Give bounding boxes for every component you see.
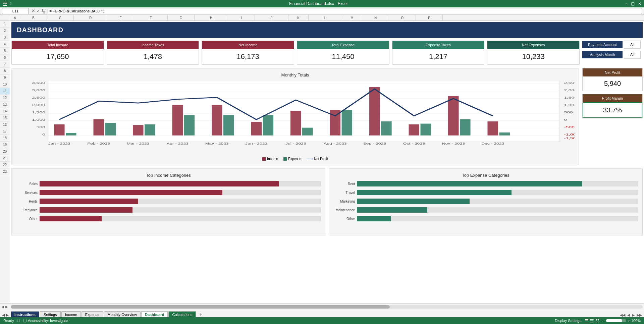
cancel-icon[interactable]: ✕ — [32, 8, 35, 13]
col-h[interactable]: H — [195, 15, 228, 21]
function-icon[interactable]: fx — [42, 8, 45, 14]
svg-rect-42 — [369, 87, 380, 136]
col-n[interactable]: N — [362, 15, 389, 21]
income-bar-sales: Sales — [16, 181, 321, 186]
kpi-income-taxes-value: 1,478 — [107, 49, 199, 64]
legend-net-profit-line — [307, 159, 313, 159]
income-bar-sales-fill — [40, 181, 279, 186]
spreadsheet-area: 1 2 3 4 5 6 7 8 9 10 11 12 13 14 15 16 1… — [0, 21, 644, 303]
svg-rect-49 — [499, 132, 510, 136]
main-content: DASHBOARD Total Income 17,650 Income Tax… — [10, 21, 644, 303]
svg-rect-39 — [302, 128, 313, 136]
window-controls[interactable]: −▢✕ — [625, 1, 641, 6]
title-bar: ☰  Financial Dashboard.xlsx - Excel −▢✕ — [0, 0, 644, 7]
svg-text:Jan - 2023: Jan - 2023 — [48, 142, 70, 145]
kpi-net-expenses-value: 10,233 — [487, 49, 579, 64]
formula-bar-row: L11 ✕ ✓ fx — [0, 7, 644, 15]
svg-text:3,500: 3,500 — [32, 81, 45, 85]
expense-bar-maintenance-fill — [357, 207, 427, 213]
expense-bar-travel-label: Travel — [333, 191, 355, 195]
col-i[interactable]: I — [228, 15, 255, 21]
expense-categories-chart: Top Expense Categories Rent Travel — [329, 168, 643, 235]
svg-rect-35 — [223, 115, 234, 136]
kpi-net-expenses-label: Net Expenses — [487, 41, 579, 49]
svg-rect-41 — [342, 110, 353, 136]
svg-text:Nov - 2023: Nov - 2023 — [442, 142, 465, 145]
col-a[interactable]: A — [10, 15, 20, 21]
svg-text:Feb - 2023: Feb - 2023 — [87, 142, 110, 145]
net-profit-value: 5,940 — [583, 76, 642, 91]
column-headers: A B C D E F G H I J K L M N O P — [0, 15, 644, 21]
income-bar-sales-label: Sales — [16, 182, 38, 186]
income-bar-other-label: Other — [16, 217, 38, 221]
svg-rect-30 — [133, 125, 144, 136]
svg-text:1,500: 1,500 — [32, 110, 45, 114]
svg-rect-26 — [54, 124, 65, 136]
col-o[interactable]: O — [389, 15, 416, 21]
legend-expense-label: Expense — [288, 157, 301, 161]
monthly-chart-svg: 3,500 3,000 2,500 2,000 1,500 1,000 500 … — [16, 81, 575, 155]
income-bar-other: Other — [16, 216, 321, 221]
kpi-income-taxes-label: Income Taxes — [107, 41, 199, 49]
col-m[interactable]: M — [342, 15, 362, 21]
income-bar-freelance: Freelance — [16, 207, 321, 213]
profit-margin-card: Profit Margin 33.7% — [582, 94, 643, 118]
kpi-row: Total Income 17,650 Income Taxes 1,478 N… — [11, 41, 643, 65]
svg-rect-36 — [251, 122, 262, 136]
svg-rect-29 — [105, 123, 116, 135]
col-p[interactable]: P — [416, 15, 443, 21]
col-d[interactable]: D — [74, 15, 107, 21]
col-g[interactable]: G — [168, 15, 195, 21]
svg-rect-28 — [93, 119, 104, 135]
col-k[interactable]: K — [288, 15, 309, 21]
dashboard-wrapper: DASHBOARD Total Income 17,650 Income Tax… — [10, 21, 644, 303]
col-e[interactable]: E — [107, 15, 134, 21]
analysis-month-value[interactable]: All — [624, 51, 641, 59]
svg-rect-31 — [145, 124, 155, 136]
income-bar-rents-track — [40, 199, 321, 204]
col-b[interactable]: B — [20, 15, 47, 21]
svg-rect-33 — [184, 115, 195, 136]
expense-bar-other-fill — [357, 216, 391, 221]
metrics-panel: Net Profit 5,940 Profit Margin 33.7% — [582, 68, 643, 165]
svg-text:0: 0 — [42, 132, 45, 136]
svg-text:Dec - 2023: Dec - 2023 — [481, 142, 504, 145]
profit-margin-label: Profit Margin — [583, 94, 642, 102]
svg-text:2,000: 2,000 — [564, 88, 575, 92]
payment-account-filter[interactable]: Payment Account All — [582, 41, 643, 49]
svg-text:2,500: 2,500 — [564, 81, 575, 85]
app-menu-icons: ☰  — [3, 1, 11, 7]
svg-rect-38 — [290, 111, 301, 136]
col-c[interactable]: C — [47, 15, 74, 21]
svg-rect-45 — [421, 124, 431, 136]
svg-rect-34 — [212, 105, 222, 136]
kpi-net-income-label: Net Income — [202, 41, 294, 49]
svg-rect-27 — [66, 133, 76, 136]
expense-bar-marketing-label: Marketing — [333, 200, 355, 203]
expense-bar-maintenance-track — [357, 207, 638, 213]
col-j[interactable]: J — [255, 15, 288, 21]
svg-text:Aug - 2023: Aug - 2023 — [324, 142, 347, 145]
expense-bar-travel: Travel — [333, 190, 638, 195]
confirm-icon[interactable]: ✓ — [37, 8, 40, 13]
svg-text:1,000: 1,000 — [32, 118, 45, 121]
legend-net-profit: Net Profit — [307, 157, 328, 161]
corner-cell — [0, 15, 10, 20]
kpi-total-income: Total Income 17,650 — [11, 41, 104, 65]
income-bar-services-fill — [40, 190, 222, 195]
formula-input[interactable] — [48, 8, 642, 14]
svg-text:2,000: 2,000 — [32, 103, 45, 107]
income-bar-other-fill — [40, 216, 102, 221]
expense-bar-marketing-track — [357, 199, 638, 204]
svg-text:3,000: 3,000 — [32, 88, 45, 92]
svg-text:-1,500: -1,500 — [564, 136, 575, 140]
col-l[interactable]: L — [309, 15, 342, 21]
analysis-month-filter[interactable]: Analysis Month All — [582, 51, 643, 59]
expense-bar-maintenance: Maintenance — [333, 207, 638, 213]
expense-categories-title: Top Expense Categories — [333, 173, 638, 178]
col-f[interactable]: F — [134, 15, 168, 21]
name-box[interactable]: L11 — [2, 8, 29, 14]
payment-account-value[interactable]: All — [624, 41, 641, 49]
analysis-month-label: Analysis Month — [582, 51, 623, 58]
expense-bar-chart: Rent Travel Marketing — [333, 181, 638, 221]
